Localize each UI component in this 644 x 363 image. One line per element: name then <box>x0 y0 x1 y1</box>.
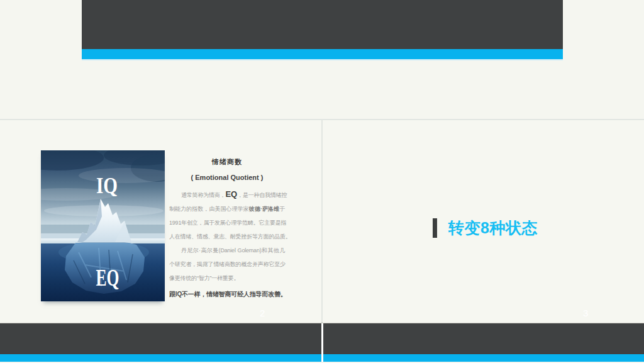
slide-2-paragraph-1: 通常简称为情商，EQ，是一种自我情绪控 制能力的指数，由美国心理学家彼德·萨洛维… <box>169 187 285 243</box>
body-line: 制能力的指数，由美国心理学家彼德·萨洛维于 <box>169 202 285 216</box>
body-text-strong: EQ <box>225 189 237 199</box>
slide-4-blue-stripe <box>0 354 321 362</box>
slide-4-thumbnail[interactable] <box>0 323 321 363</box>
slide-1-dark-band <box>82 0 563 49</box>
slide-5-dark-band <box>323 323 644 354</box>
slide-2-paragraph-2: 丹尼尔·高尔曼(Daniel Goleman)和其他几 个研究者，揭露了情绪商数… <box>169 243 285 285</box>
body-text: 于 <box>279 206 285 212</box>
iceberg-graphic: IQ EQ <box>41 150 165 301</box>
body-line: 人在情绪、情感、意志、耐受挫折等方面的品质。 <box>169 230 285 243</box>
body-line: 像更传统的“智力”一样重要。 <box>169 271 285 285</box>
slide-5-thumbnail[interactable] <box>323 323 644 363</box>
slide-2-text-column: 情绪商数 ( Emotional Quotient ) 通常简称为情商，EQ，是… <box>169 157 285 299</box>
slide-4-dark-band <box>0 323 321 354</box>
slide-5-blue-stripe <box>323 354 644 362</box>
slide-3-title: 转变8种状态 <box>448 220 538 237</box>
eq-label: EQ <box>96 264 119 291</box>
iq-label: IQ <box>96 173 118 198</box>
slide-1-thumbnail[interactable] <box>82 0 563 60</box>
body-text: 通常简称为情商， <box>181 192 225 198</box>
slide-2-title: 情绪商数 <box>169 157 285 166</box>
slide-2-thumbnail[interactable]: IQ EQ 情绪商数 ( Emotional Quotient ) 通常简称为情… <box>0 120 321 323</box>
slide-2-subtitle: ( Emotional Quotient ) <box>169 173 285 182</box>
body-line: 丹尼尔·高尔曼(Daniel Goleman)和其他几 <box>169 243 285 257</box>
iceberg-image: IQ EQ <box>41 150 165 301</box>
page-gap-vertical-bottom <box>321 323 323 362</box>
body-text: ，是一种自我情绪控 <box>237 192 287 198</box>
slide-3-page-number: 3 <box>583 308 588 318</box>
title-accent-bar <box>433 218 437 238</box>
body-line: 个研究者，揭露了情绪商数的概念并声称它至少 <box>169 257 285 271</box>
body-text-strong: 彼德·萨洛维 <box>249 206 279 212</box>
body-line: 1991年创立，属于发展心理学范畴。它主要是指 <box>169 216 285 230</box>
slide-3-thumbnail[interactable]: 转变8种状态 3 <box>323 120 644 323</box>
slide-1-stripe-glow <box>82 59 563 60</box>
slide-2-page-number: 2 <box>260 308 265 318</box>
slide-1-blue-stripe <box>82 49 563 59</box>
body-line: 通常简称为情商，EQ，是一种自我情绪控 <box>169 187 285 202</box>
slide-2-conclusion: 跟IQ不一样，情绪智商可经人指导而改善。 <box>169 289 285 299</box>
body-text: 制能力的指数，由美国心理学家 <box>169 206 249 212</box>
slide-canvas: IQ EQ 情绪商数 ( Emotional Quotient ) 通常简称为情… <box>0 0 644 363</box>
